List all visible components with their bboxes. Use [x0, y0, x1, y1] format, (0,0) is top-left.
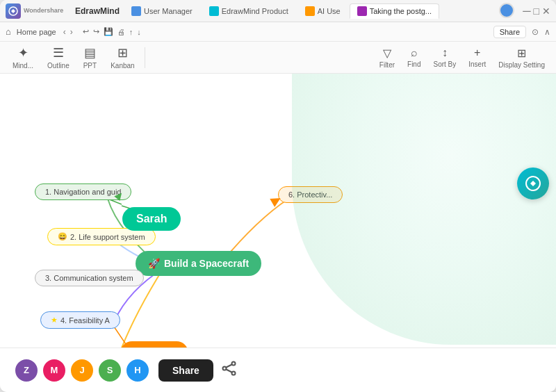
tab-icon-taking	[357, 6, 367, 16]
filter-label: Filter	[379, 61, 395, 69]
svg-line-6	[226, 370, 231, 373]
edrawmind-circle[interactable]	[517, 168, 549, 199]
tab-label-taking: Taking the postg...	[370, 7, 432, 15]
insert-label: Insert	[468, 60, 486, 68]
tab-label-edrawmind: EdrawMind Product	[222, 7, 288, 15]
jessica-label[interactable]: Jessica	[120, 341, 188, 348]
display-icon: ⊞	[517, 47, 526, 60]
central-node-icon: 🚀	[148, 258, 160, 269]
tab-taking-postg[interactable]: Taking the postg...	[350, 3, 439, 19]
avatar-j[interactable]: J	[70, 358, 95, 383]
breadcrumb: Home page	[17, 28, 56, 36]
print-icon[interactable]: 🖨	[117, 28, 125, 36]
avatar-m[interactable]: M	[42, 358, 67, 383]
tool-mind[interactable]: ✦ Mind...	[6, 42, 40, 72]
branch-life-label: 2. Life support system	[70, 233, 145, 241]
tool-icons-row1: ↩ ↪ 💾 🖨 ↑ ↓	[83, 27, 141, 36]
tab-bar: User Manager EdrawMind Product AI Use Ta…	[124, 3, 516, 19]
mind-icon: ✦	[18, 45, 28, 60]
kanban-icon: ⊞	[117, 45, 128, 60]
app-logo: Wondershare	[6, 3, 75, 19]
canvas-area[interactable]: 🚀 Build a Spacecraft 1. Navigation and g…	[0, 74, 556, 348]
central-node-label: Build a Spacecraft	[164, 258, 249, 269]
share-button-label: Share	[172, 365, 199, 376]
sarah-label[interactable]: Sarah	[122, 207, 181, 231]
branch-protection-label: 6. Protectiv...	[288, 190, 332, 199]
sarah-text: Sarah	[136, 213, 167, 225]
central-node[interactable]: 🚀 Build a Spacecraft	[136, 251, 261, 276]
avatar-h-letter: H	[134, 365, 140, 375]
ppt-label: PPT	[83, 62, 97, 70]
tool-filter[interactable]: ▽ Filter	[374, 44, 400, 72]
branch-comm-label: 3. Communication system	[45, 274, 133, 282]
ppt-icon: ▤	[84, 45, 96, 60]
branch-comm[interactable]: 3. Communication system	[35, 270, 144, 286]
toolbar-divider	[145, 47, 145, 68]
nav-controls: ‹ ›	[62, 27, 74, 37]
save-icon[interactable]: 💾	[104, 27, 113, 36]
export-icon[interactable]: ↑	[129, 28, 133, 36]
tool-find[interactable]: ⌕ Find	[402, 44, 426, 71]
home-icon[interactable]: ⌂	[6, 26, 11, 37]
sortby-icon: ↕	[442, 47, 448, 59]
tab-icon-ai	[305, 6, 315, 16]
filter-icon: ▽	[383, 47, 391, 60]
svg-point-4	[231, 372, 235, 375]
tab-edrawmind-product[interactable]: EdrawMind Product	[202, 3, 296, 19]
jessica-text: Jessica	[134, 347, 174, 348]
app-name: EdrawMind	[75, 6, 120, 16]
display-label: Display Setting	[498, 61, 545, 69]
tool-outline[interactable]: ☰ Outline	[40, 42, 76, 72]
bottom-bar: Z M J S H Share	[0, 348, 556, 392]
app-window: Wondershare EdrawMind User Manager Edraw…	[0, 0, 556, 392]
win-btn-minimize[interactable]: ─	[523, 5, 530, 17]
branch-protection[interactable]: 6. Protectiv...	[278, 186, 343, 203]
avatar-z[interactable]: Z	[14, 358, 39, 383]
sortby-label: Sort By	[433, 60, 456, 68]
undo-icon[interactable]: ↩	[83, 27, 89, 36]
feasibility-star: ★	[51, 316, 58, 325]
share-button-title[interactable]: Share	[493, 26, 526, 38]
tool-sortby[interactable]: ↕ Sort By	[427, 44, 461, 71]
svg-point-2	[231, 362, 235, 366]
app-name-sub: Wondershare	[24, 8, 63, 14]
outline-icon: ☰	[53, 45, 64, 60]
tool-insert[interactable]: + Insert	[463, 44, 491, 71]
logo-icon	[6, 3, 21, 19]
redo-icon[interactable]: ↪	[93, 27, 99, 36]
kanban-label: Kanban	[111, 62, 134, 70]
share-network-icon[interactable]	[222, 361, 237, 379]
branch-feasibility-label: 4. Feasibility A	[60, 316, 110, 325]
right-tools: ▽ Filter ⌕ Find ↕ Sort By + Insert ⊞ Dis…	[374, 44, 550, 72]
share-button[interactable]: Share	[158, 359, 213, 382]
avatar-s-letter: S	[107, 365, 113, 375]
tool-ppt[interactable]: ▤ PPT	[76, 42, 104, 72]
branch-feasibility[interactable]: ★ 4. Feasibility A	[40, 311, 120, 329]
find-icon: ⌕	[411, 47, 418, 59]
avatar-j-letter: J	[79, 365, 84, 375]
win-btn-maximize[interactable]: □	[534, 6, 539, 17]
avatar-m-letter: M	[51, 365, 58, 375]
import-icon[interactable]: ↓	[137, 28, 141, 36]
tool-display[interactable]: ⊞ Display Setting	[493, 44, 550, 72]
win-btn-close[interactable]: ✕	[542, 6, 550, 17]
avatar-stack: Z M J S H	[14, 358, 150, 383]
nav-forward[interactable]: ›	[69, 27, 74, 37]
tab-ai-use[interactable]: AI Use	[297, 3, 348, 19]
avatar-h[interactable]: H	[125, 358, 150, 383]
tool-kanban[interactable]: ⊞ Kanban	[104, 42, 141, 72]
user-avatar[interactable]	[499, 3, 514, 18]
branch-nav-label: 1. Navigation and guid	[45, 188, 121, 196]
find-label: Find	[407, 60, 420, 68]
mindmap-svg	[0, 74, 556, 348]
outline-label: Outline	[47, 62, 70, 70]
toolbar-row2: ✦ Mind... ☰ Outline ▤ PPT ⊞ Kanban ▽ Fil…	[0, 42, 556, 74]
life-emoji: 😄	[58, 232, 67, 241]
expand-icon[interactable]: ∧	[544, 27, 550, 37]
avatar-s[interactable]: S	[97, 358, 122, 383]
tab-user-manager[interactable]: User Manager	[124, 3, 200, 19]
tab-label-user-manager: User Manager	[144, 7, 193, 15]
help-icon[interactable]: ⊙	[532, 27, 539, 37]
nav-back[interactable]: ‹	[62, 27, 67, 37]
insert-icon: +	[474, 47, 480, 59]
